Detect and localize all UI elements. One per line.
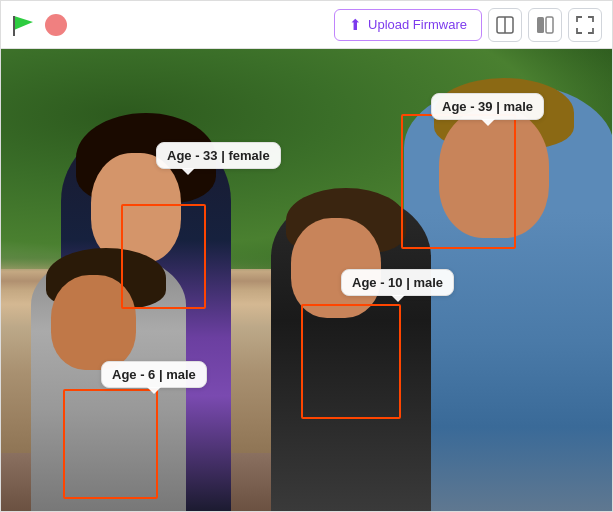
label-mom: Age - 33 | female — [156, 142, 281, 169]
upload-firmware-label: Upload Firmware — [368, 17, 467, 32]
layout-single-button[interactable] — [488, 8, 522, 42]
toolbar-left — [11, 14, 67, 36]
upload-firmware-button[interactable]: ⬆ Upload Firmware — [334, 9, 482, 41]
label-boy-mid: Age - 10 | male — [341, 269, 454, 296]
toolbar-right: ⬆ Upload Firmware — [334, 8, 602, 42]
svg-marker-0 — [14, 16, 33, 30]
label-boy-mid-text: Age - 10 | male — [352, 275, 443, 290]
label-dad-text: Age - 39 | male — [442, 99, 533, 114]
status-circle-icon — [45, 14, 67, 36]
label-mom-text: Age - 33 | female — [167, 148, 270, 163]
svg-rect-5 — [546, 17, 553, 33]
fullscreen-button[interactable] — [568, 8, 602, 42]
layout-dual-button[interactable] — [528, 8, 562, 42]
layout-single-icon — [496, 16, 514, 34]
face-box-mom — [121, 204, 206, 309]
label-boy-small: Age - 6 | male — [101, 361, 207, 388]
toolbar: ⬆ Upload Firmware — [1, 1, 612, 49]
face-box-boy-small — [63, 389, 158, 499]
upload-icon: ⬆ — [349, 16, 362, 34]
face-box-dad — [401, 114, 516, 249]
face-box-boy-mid — [301, 304, 401, 419]
label-boy-small-text: Age - 6 | male — [112, 367, 196, 382]
label-dad: Age - 39 | male — [431, 93, 544, 120]
svg-rect-4 — [537, 17, 544, 33]
image-area: Age - 33 | female Age - 39 | male Age - … — [1, 49, 613, 512]
fullscreen-icon — [576, 16, 594, 34]
layout-dual-icon — [536, 16, 554, 34]
flag-icon — [11, 14, 37, 36]
